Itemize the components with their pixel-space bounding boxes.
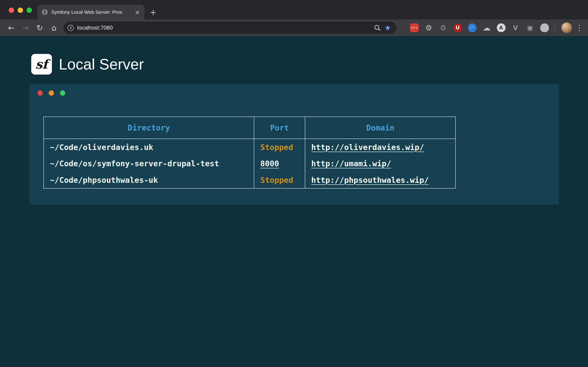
site-info-button[interactable]: i [66, 23, 75, 33]
domain-cell: http://oliverdavies.wip/ [305, 139, 456, 155]
home-icon[interactable]: ⌂ [47, 21, 61, 35]
github-octocat-extension-icon[interactable] [537, 22, 552, 34]
panel-green-dot [60, 90, 65, 96]
tab-favicon-globe-icon [42, 9, 48, 15]
table-row: ~/Code/os/symfony-server-drupal-test 800… [44, 155, 456, 172]
domain-link[interactable]: http://umami.wip/ [311, 159, 391, 168]
a-letter-extension-icon[interactable]: A [494, 22, 508, 34]
servers-table: Directory Port Domain ~/Code/oliverdavie… [43, 117, 456, 189]
ublock-extension-icon[interactable]: U [450, 22, 465, 34]
port-status: Stopped [260, 175, 293, 185]
window-zoom-button[interactable] [27, 8, 32, 13]
cloud-extension-icon[interactable]: ☁ [479, 22, 494, 34]
v-shape-extension-icon[interactable]: V [508, 22, 523, 34]
address-bar[interactable]: i localhost:7080 ★ [63, 22, 397, 34]
page-title: Local Server [59, 56, 144, 73]
reload-icon[interactable]: ↻ [33, 21, 47, 35]
port-cell: Stopped [254, 139, 305, 155]
new-tab-button[interactable]: + [148, 7, 158, 17]
tab-strip: Symfony Local Web Server: Prox × + [0, 0, 588, 19]
column-header-directory: Directory [44, 117, 254, 139]
panel-orange-dot [49, 90, 54, 96]
forward-icon[interactable]: → [18, 21, 33, 35]
browser-tab[interactable]: Symfony Local Web Server: Prox × [37, 5, 145, 19]
browser-window: Symfony Local Web Server: Prox × + ← → ↻… [0, 0, 588, 36]
panel-red-dot [37, 90, 43, 96]
port-link[interactable]: 8000 [260, 159, 279, 168]
symfony-logo: sf [31, 54, 52, 75]
browser-menu-icon[interactable]: ⋮ [575, 22, 584, 34]
table-row: ~/Code/oliverdavies.uk Stopped http://ol… [44, 139, 456, 155]
grid-extension-icon[interactable]: ▣ [523, 22, 537, 34]
directory-cell: ~/Code/phpsouthwales-uk [44, 172, 254, 188]
column-header-domain: Domain [305, 117, 456, 139]
profile-avatar[interactable] [561, 23, 572, 33]
domain-cell: http://umami.wip/ [305, 155, 456, 172]
directory-cell: ~/Code/os/symfony-server-drupal-test [44, 155, 254, 172]
domain-link[interactable]: http://oliverdavies.wip/ [311, 143, 424, 152]
port-cell: Stopped [254, 172, 305, 188]
tab-close-icon[interactable]: × [133, 8, 141, 16]
url-text: localhost:7080 [77, 25, 113, 31]
browser-toolbar: ← → ↻ ⌂ i localhost:7080 ★ ••• ⚙ ⚙ U ◠ ☁… [0, 19, 588, 36]
extensions-area: ••• ⚙ ⚙ U ◠ ☁ A V ▣ [407, 22, 552, 34]
domain-cell: http://phpsouthwales.wip/ [305, 172, 456, 188]
bookmark-star-icon[interactable]: ★ [383, 23, 393, 32]
panel-window-dots [37, 90, 551, 96]
window-minimize-button[interactable] [18, 8, 23, 13]
directory-cell: ~/Code/oliverdavies.uk [44, 139, 254, 155]
gear-extension-icon[interactable]: ⚙ [422, 22, 436, 34]
domain-link[interactable]: http://phpsouthwales.wip/ [311, 175, 429, 185]
info-icon: i [68, 25, 74, 31]
table-header-row: Directory Port Domain [44, 117, 456, 139]
zoom-icon[interactable] [372, 23, 382, 33]
port-status: Stopped [260, 143, 293, 152]
server-panel: Directory Port Domain ~/Code/oliverdavie… [29, 84, 559, 205]
blue-circle-extension-icon[interactable]: ◠ [465, 22, 479, 34]
tab-title: Symfony Local Web Server: Prox [51, 9, 130, 15]
red-dots-extension-icon[interactable]: ••• [407, 22, 422, 34]
toolbar-divider [555, 24, 555, 32]
dark-gear-extension-icon[interactable]: ⚙ [436, 22, 450, 34]
window-controls [9, 8, 32, 13]
port-cell: 8000 [254, 155, 305, 172]
table-row: ~/Code/phpsouthwales-uk Stopped http://p… [44, 172, 456, 188]
column-header-port: Port [254, 117, 305, 139]
window-close-button[interactable] [9, 8, 14, 13]
page-content: sf Local Server Directory Port Domain [0, 36, 588, 367]
page-header: sf Local Server [0, 36, 588, 75]
back-icon[interactable]: ← [4, 21, 18, 35]
